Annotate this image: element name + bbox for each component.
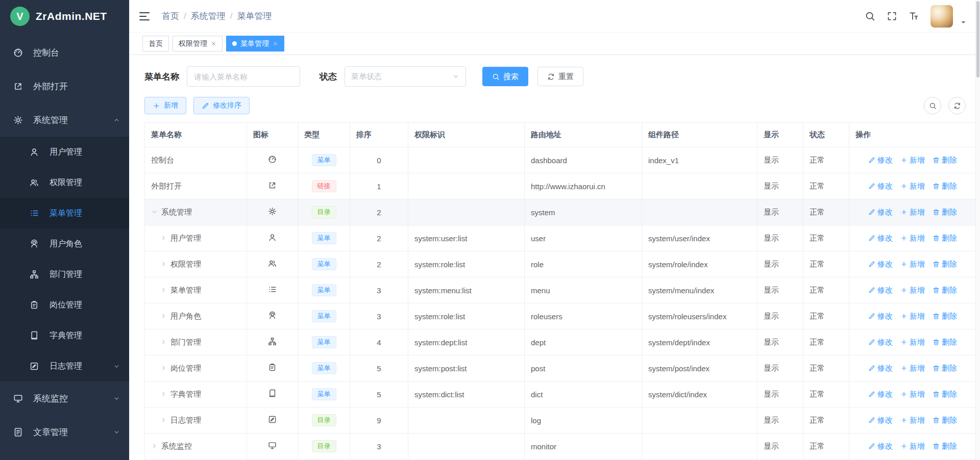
sidebar-item[interactable]: 系统监控 [0, 381, 129, 415]
status-select[interactable]: 菜单状态 [345, 66, 466, 87]
table-row[interactable]: 系统管理目录2system显示正常修改新增删除 [145, 199, 976, 225]
add-link[interactable]: 新增 [900, 390, 925, 399]
edit-icon [868, 417, 875, 424]
edit-link[interactable]: 修改 [868, 286, 893, 295]
table-row[interactable]: 权限管理菜单2system:role:listrolesystem/role/i… [145, 251, 976, 277]
table-row[interactable]: 字典管理菜单5system:dict:listdictsystem/dict/i… [145, 381, 976, 407]
table-row[interactable]: 菜单管理菜单3system:menu:listmenusystem/menu/i… [145, 277, 976, 303]
edit-link[interactable]: 修改 [868, 338, 893, 347]
add-link[interactable]: 新增 [900, 286, 925, 295]
add-link[interactable]: 新增 [900, 338, 925, 347]
table-row[interactable]: 系统监控目录3monitor显示正常修改新增删除 [145, 433, 976, 459]
sort-button[interactable]: 修改排序 [193, 97, 250, 114]
edit-link[interactable]: 修改 [868, 390, 893, 399]
delete-link[interactable]: 删除 [933, 364, 957, 373]
avatar[interactable] [930, 5, 953, 28]
delete-link[interactable]: 删除 [933, 338, 957, 347]
add-button[interactable]: 新增 [144, 97, 186, 114]
table-row[interactable]: 外部打开链接1http://www.izhaorui.cn显示正常修改新增删除 [145, 173, 976, 199]
sidebar-item[interactable]: 系统管理 [0, 103, 129, 137]
edit-link[interactable]: 修改 [868, 156, 893, 165]
add-link[interactable]: 新增 [900, 442, 925, 451]
table-row[interactable]: 部门管理菜单4system:dept:listdeptsystem/dept/i… [145, 329, 976, 355]
delete-link[interactable]: 删除 [933, 182, 957, 191]
add-link[interactable]: 新增 [900, 182, 925, 191]
sidebar-item[interactable]: 用户管理 [0, 137, 129, 167]
chevron-right-icon[interactable] [160, 235, 167, 241]
edit-link[interactable]: 修改 [868, 208, 893, 217]
sidebar-item[interactable]: 岗位管理 [0, 290, 129, 320]
edit-link[interactable]: 修改 [868, 312, 893, 321]
delete-link[interactable]: 删除 [933, 156, 957, 165]
delete-link[interactable]: 删除 [933, 442, 957, 451]
edit-link[interactable]: 修改 [868, 364, 893, 373]
edit-link[interactable]: 修改 [868, 234, 893, 243]
sidebar-item[interactable]: 权限管理 [0, 167, 129, 198]
sidebar-item[interactable]: 菜单管理 [0, 198, 129, 228]
tab[interactable]: 菜单管理 [226, 36, 284, 52]
tab-close-icon[interactable] [211, 41, 216, 46]
delete-link[interactable]: 删除 [933, 208, 957, 217]
trash-icon [933, 183, 940, 190]
chevron-right-icon[interactable] [160, 261, 167, 267]
search-button[interactable]: 搜索 [482, 67, 528, 86]
delete-link[interactable]: 删除 [933, 260, 957, 269]
sidebar-item[interactable]: 日志管理 [0, 351, 129, 381]
user-menu-caret-icon[interactable] [960, 19, 967, 25]
breadcrumb-item[interactable]: 首页 [162, 10, 179, 22]
table-refresh-button[interactable] [948, 97, 966, 114]
component-cell: system/menu/index [642, 277, 757, 303]
delete-link[interactable]: 删除 [933, 234, 957, 243]
sidebar-item[interactable]: 文章管理 [0, 415, 129, 449]
add-link[interactable]: 新增 [900, 234, 925, 243]
add-link[interactable]: 新增 [900, 260, 925, 269]
header-search-icon[interactable] [865, 11, 875, 21]
sidebar-item[interactable]: 外部打开 [0, 69, 129, 103]
add-link[interactable]: 新增 [900, 156, 925, 165]
edit-link[interactable]: 修改 [868, 260, 893, 269]
add-link[interactable]: 新增 [900, 416, 925, 425]
menu-name-input[interactable] [187, 66, 300, 87]
row-actions: 修改新增删除 [855, 338, 970, 347]
chevron-right-icon[interactable] [160, 313, 167, 319]
chevron-right-icon[interactable] [160, 287, 167, 293]
sidebar-item[interactable]: 控制台 [0, 36, 129, 69]
delete-link[interactable]: 删除 [933, 286, 957, 295]
chevron-right-icon[interactable] [160, 339, 167, 345]
sidebar-item[interactable]: 部门管理 [0, 259, 129, 290]
chevron-right-icon[interactable] [160, 365, 167, 371]
table-search-button[interactable] [924, 97, 941, 114]
fullscreen-icon[interactable] [887, 11, 897, 21]
table-row[interactable]: 控制台菜单0dashboardindex_v1显示正常修改新增删除 [145, 147, 976, 173]
table-row[interactable]: 岗位管理菜单5system:post:listpostsystem/post/i… [145, 355, 976, 381]
add-link[interactable]: 新增 [900, 364, 925, 373]
delete-link[interactable]: 删除 [933, 390, 957, 399]
font-size-icon[interactable] [909, 11, 919, 21]
breadcrumb-item[interactable]: 系统管理 [191, 10, 226, 22]
table-row[interactable]: 用户管理菜单2system:user:listusersystem/user/i… [145, 225, 976, 251]
add-link[interactable]: 新增 [900, 312, 925, 321]
reset-button[interactable]: 重置 [537, 67, 583, 86]
sidebar-item[interactable]: 字典管理 [0, 320, 129, 351]
table-row[interactable]: 日志管理目录9log显示正常修改新增删除 [145, 407, 976, 433]
edit-link[interactable]: 修改 [868, 416, 893, 425]
add-link[interactable]: 新增 [900, 208, 925, 217]
edit-link[interactable]: 修改 [868, 442, 893, 451]
badge-icon [30, 300, 43, 310]
menu-toggle-icon[interactable] [138, 10, 151, 22]
tab[interactable]: 权限管理 [173, 36, 223, 52]
table-row[interactable]: 用户角色菜单3system:role:listroleuserssystem/r… [145, 303, 976, 329]
chevron-right-icon[interactable] [160, 417, 167, 423]
user-icon [268, 233, 277, 242]
scrollbar-thumb[interactable] [976, 1, 979, 78]
delete-link[interactable]: 删除 [933, 312, 957, 321]
sidebar-item[interactable]: 用户角色 [0, 228, 129, 259]
edit-link[interactable]: 修改 [868, 182, 893, 191]
chevron-down-icon[interactable] [151, 209, 158, 215]
tab[interactable]: 首页 [142, 36, 169, 52]
menu-type-cell: 菜单 [298, 355, 350, 381]
tab-close-icon[interactable] [273, 41, 278, 46]
delete-link[interactable]: 删除 [933, 416, 957, 425]
chevron-right-icon[interactable] [160, 391, 167, 397]
chevron-right-icon[interactable] [151, 443, 158, 449]
